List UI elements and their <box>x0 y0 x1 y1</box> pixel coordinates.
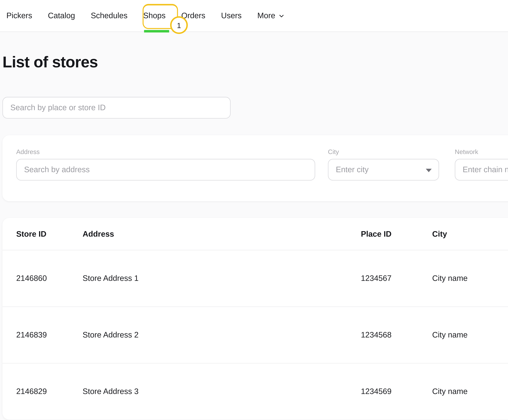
cell-store-id: 2146829 <box>16 387 83 396</box>
city-filter-placeholder: Enter city <box>336 165 368 174</box>
network-filter-placeholder: Enter chain name <box>463 165 508 174</box>
network-filter-select[interactable]: Enter chain name <box>455 159 508 180</box>
nav-item-users[interactable]: Users <box>221 11 242 20</box>
network-filter-label: Network <box>455 148 478 156</box>
table-header-row: Store ID Address Place ID City Network S… <box>2 218 508 250</box>
cell-place-id: 1234567 <box>361 274 432 283</box>
filters-panel: Address City Enter city Network Enter ch… <box>2 135 508 201</box>
store-search-input[interactable] <box>2 97 230 119</box>
stores-table: Store ID Address Place ID City Network S… <box>2 218 508 420</box>
address-filter-input[interactable] <box>16 159 315 180</box>
column-header-store-id: Store ID <box>16 230 83 238</box>
cell-city: City name <box>432 387 508 396</box>
table-row: 2146829 Store Address 3 1234569 City nam… <box>2 363 508 420</box>
nav-item-shops[interactable]: Shops <box>143 11 166 20</box>
cell-address: Store Address 3 <box>83 387 361 396</box>
chevron-down-icon <box>278 13 285 19</box>
city-filter-label: City <box>328 148 339 156</box>
cell-address: Store Address 1 <box>83 274 361 283</box>
column-header-address: Address <box>83 230 361 238</box>
city-filter-select[interactable]: Enter city <box>328 159 439 180</box>
nav-item-schedules[interactable]: Schedules <box>91 11 127 20</box>
nav-item-more[interactable]: More <box>257 11 285 20</box>
nav-item-catalog[interactable]: Catalog <box>48 11 75 20</box>
cell-city: City name <box>432 274 508 283</box>
top-header: Pickers Catalog Schedules Shops Orders U… <box>0 0 508 32</box>
table-row: 2146839 Store Address 2 1234568 City nam… <box>2 307 508 363</box>
annotation-badge-1: 1 <box>170 16 188 34</box>
address-filter-label: Address <box>16 148 40 156</box>
nav-more-label: More <box>257 11 275 20</box>
cell-city: City name <box>432 330 508 339</box>
active-tab-underline <box>144 30 169 32</box>
cell-store-id: 2146860 <box>16 274 83 283</box>
cell-address: Store Address 2 <box>83 330 361 339</box>
dropdown-arrow-icon <box>426 169 432 172</box>
column-header-place-id: Place ID <box>361 230 432 238</box>
column-header-city: City <box>432 230 508 238</box>
table-body: 2146860 Store Address 1 1234567 City nam… <box>2 250 508 420</box>
cell-place-id: 1234569 <box>361 387 432 396</box>
page-title: List of stores <box>2 53 98 71</box>
nav-item-pickers[interactable]: Pickers <box>6 11 32 20</box>
table-row: 2146860 Store Address 1 1234567 City nam… <box>2 250 508 307</box>
cell-place-id: 1234568 <box>361 330 432 339</box>
main-nav: Pickers Catalog Schedules Shops Orders U… <box>0 11 285 20</box>
app-window: Pickers Catalog Schedules Shops Orders U… <box>0 0 508 420</box>
cell-store-id: 2146839 <box>16 330 83 339</box>
